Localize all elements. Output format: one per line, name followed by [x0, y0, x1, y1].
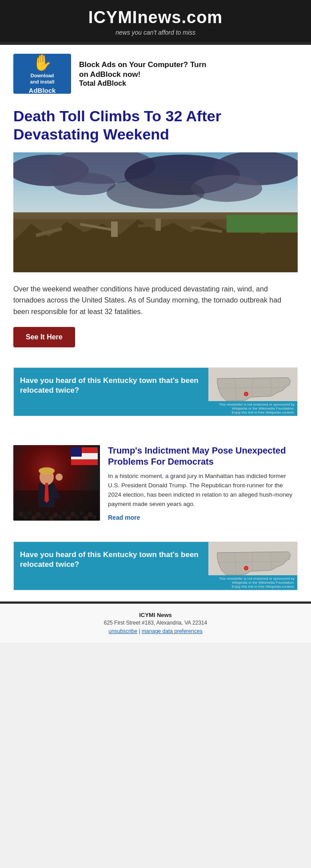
hand-icon: ✋ [32, 54, 52, 72]
site-subtitle: news you can't afford to miss [9, 29, 302, 36]
svg-point-40 [83, 516, 88, 521]
main-headline: Death Toll Climbs To 32 After Devastatin… [13, 107, 298, 143]
svg-rect-14 [111, 222, 118, 237]
svg-point-34 [32, 516, 37, 521]
ad-banner[interactable]: ✋ Download and install AdBlock Block Ads… [0, 45, 311, 103]
trump-silhouette [29, 458, 64, 512]
read-more-link[interactable]: Read more [108, 514, 140, 521]
kentucky-map-2: This newsletter is not endorsed or spons… [208, 542, 297, 590]
section-spacer-1 [0, 427, 311, 441]
footer-address: 625 First Street #183, Alexandria, VA 22… [9, 620, 302, 626]
svg-point-24 [19, 512, 24, 517]
svg-point-58 [245, 567, 247, 569]
secondary-headline: Trump's Indictment May Pose Unexpected P… [108, 445, 298, 467]
main-article: Death Toll Climbs To 32 After Devastatin… [0, 103, 311, 356]
ad-text: Block Ads on Your Computer? Turn on AdBl… [79, 60, 207, 88]
svg-point-32 [88, 512, 93, 518]
svg-point-35 [40, 515, 45, 520]
kentucky-ad-headline-2: Have you heard of this Kentucky town tha… [20, 550, 202, 569]
kentucky-footer-right-2: Enjoy this link to free Wikipedia conten… [232, 585, 295, 589]
header: ICYMInews.com news you can't afford to m… [0, 0, 311, 42]
kentucky-ad-1[interactable]: Have you heard of this Kentucky town tha… [13, 367, 298, 416]
footer-links: unsubscribe | manage data preferences [9, 628, 302, 634]
svg-point-31 [80, 511, 84, 516]
svg-point-27 [45, 511, 49, 516]
svg-point-33 [23, 515, 28, 520]
ad-subtext: Total AdBlock [79, 80, 207, 88]
kentucky-map-1: This newsletter is not endorsed or spons… [208, 368, 297, 416]
svg-rect-50 [71, 459, 98, 465]
svg-point-41 [92, 515, 97, 520]
kentucky-footer-2: This newsletter is not endorsed or spons… [208, 575, 297, 590]
secondary-article-image [13, 445, 100, 521]
kentucky-ad-text-1: Have you heard of this Kentucky town tha… [14, 368, 208, 416]
svg-point-30 [70, 512, 76, 517]
svg-point-46 [56, 474, 63, 481]
ad-image: ✋ Download and install AdBlock [13, 54, 71, 94]
flag-svg [71, 447, 98, 465]
ad-headline: Block Ads on Your Computer? Turn on AdBl… [79, 60, 207, 80]
article-body: Over the weekend weather conditions have… [13, 283, 298, 318]
debris-svg [13, 206, 298, 272]
unsubscribe-link[interactable]: unsubscribe [108, 628, 137, 634]
svg-point-28 [53, 513, 58, 518]
svg-point-5 [53, 172, 116, 195]
svg-point-39 [75, 515, 80, 520]
kentucky-ad-headline-1: Have you heard of this Kentucky town tha… [20, 376, 202, 395]
site-title: ICYMInews.com [9, 8, 302, 27]
svg-point-37 [58, 515, 62, 520]
svg-point-26 [36, 512, 41, 518]
trump-crowd-scene [13, 445, 100, 521]
kentucky-footer-left-1: This newsletter is not endorsed or spons… [211, 402, 295, 410]
footer: ICYMI News 625 First Street #183, Alexan… [0, 604, 311, 642]
svg-rect-15 [156, 219, 161, 231]
tornado-scene [13, 152, 298, 272]
svg-point-22 [245, 393, 247, 395]
secondary-article: Trump's Indictment May Pose Unexpected P… [0, 441, 311, 530]
main-article-image [13, 152, 298, 272]
svg-point-6 [107, 177, 204, 208]
footer-name: ICYMI News [9, 612, 302, 618]
kentucky-ad-2[interactable]: Have you heard of this Kentucky town tha… [13, 542, 298, 590]
kentucky-footer-right-1: Enjoy this link to free Wikipedia conten… [232, 410, 295, 414]
adblock-logo: AdBlock [29, 87, 56, 94]
email-container: ICYMInews.com news you can't afford to m… [0, 0, 311, 642]
see-it-here-button[interactable]: See It Here [13, 327, 75, 347]
svg-point-38 [66, 516, 71, 521]
svg-rect-51 [71, 447, 82, 457]
ad-image-text: Download and install [30, 73, 54, 84]
kentucky-footer-1: This newsletter is not endorsed or spons… [208, 401, 297, 416]
svg-rect-13 [227, 215, 298, 233]
kentucky-footer-left-2: This newsletter is not endorsed or spons… [211, 577, 295, 585]
svg-point-44 [39, 467, 55, 474]
secondary-body: In a historic moment, a grand jury in Ma… [108, 472, 298, 509]
secondary-content: Trump's Indictment May Pose Unexpected P… [108, 445, 298, 522]
manage-preferences-link[interactable]: manage data preferences [142, 628, 203, 634]
kentucky-ad-text-2: Have you heard of this Kentucky town tha… [14, 542, 208, 590]
